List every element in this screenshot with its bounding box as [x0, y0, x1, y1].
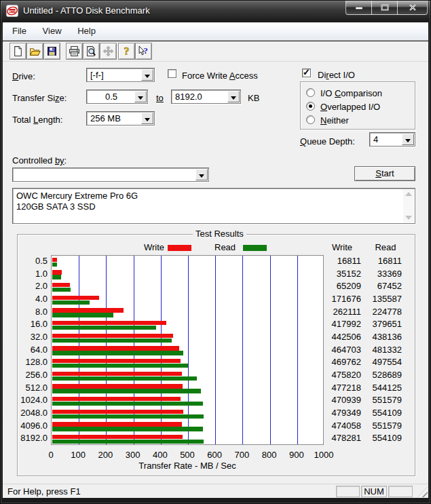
neither-radio[interactable]: [306, 115, 315, 124]
direct-io-label[interactable]: Direct I/O: [318, 70, 355, 80]
minimize-button[interactable]: [345, 1, 372, 15]
dialog-area: Drive: [-f-] ✓ Force Write Access ✓ Dire…: [3, 62, 428, 498]
start-button[interactable]: Start: [354, 166, 415, 181]
write-legend-swatch: [168, 245, 191, 251]
write-bar: [52, 384, 183, 389]
app-icon: ATTO: [6, 5, 18, 17]
open-file-button[interactable]: [26, 43, 43, 60]
write-value: 35152: [320, 268, 361, 281]
drive-dropdown-button[interactable]: [141, 69, 153, 81]
chevron-down-icon: [145, 118, 150, 124]
write-value: 262111: [320, 306, 361, 319]
direct-io-checkbox[interactable]: ✓: [302, 69, 311, 77]
gridline: [242, 256, 243, 444]
y-axis-label: 4.0: [15, 293, 48, 306]
read-bar: [52, 427, 203, 431]
io-comparison-radio[interactable]: [306, 88, 315, 97]
transfer-size-from-value: 0.5: [90, 92, 132, 102]
status-pane-scrl: [388, 486, 413, 497]
read-bar: [52, 440, 204, 444]
close-button[interactable]: [397, 1, 428, 15]
write-value: 417992: [320, 318, 361, 331]
overlapped-io-label[interactable]: Overlapped I/O: [320, 102, 380, 112]
read-bar: [52, 288, 71, 292]
neither-label[interactable]: Neither: [320, 115, 349, 125]
status-bar: For Help, press F1 NUM: [3, 484, 428, 498]
save-file-icon: [46, 45, 58, 57]
write-bar: [52, 372, 182, 376]
x-tick-label: 400: [147, 450, 174, 460]
read-value: 33369: [361, 268, 402, 281]
scroll-up-icon[interactable]: [405, 192, 412, 196]
total-length-label: Total Length:: [12, 115, 62, 125]
write-value: 16811: [320, 255, 361, 268]
radio-dot-icon: [309, 104, 312, 108]
total-length-dropdown-button[interactable]: [141, 113, 153, 124]
chevron-down-icon: [231, 96, 236, 102]
force-write-access-label[interactable]: Force Write Access: [182, 71, 258, 81]
write-bar: [52, 410, 183, 414]
write-bar: [52, 346, 179, 351]
print-button[interactable]: [66, 43, 83, 60]
legend-read-label: Read: [214, 242, 236, 252]
transfer-size-to-dropdown-button[interactable]: [227, 91, 240, 102]
y-axis-label: 16.0: [15, 318, 48, 331]
transfer-size-from-dropdown-button[interactable]: [134, 91, 147, 102]
context-help-button[interactable]: ?: [135, 43, 152, 60]
menu-file[interactable]: File: [5, 22, 33, 41]
read-legend-swatch: [243, 245, 267, 251]
transfer-size-to-combobox[interactable]: 8192.0: [171, 90, 241, 104]
print-preview-button[interactable]: [83, 43, 100, 60]
maximize-icon: [381, 4, 389, 11]
read-value: 551579: [361, 394, 402, 407]
description-scrollbar[interactable]: [403, 189, 414, 222]
overlapped-io-radio[interactable]: [306, 102, 315, 111]
maximize-button[interactable]: [371, 1, 398, 15]
title-bar[interactable]: ATTO Untitled - ATTO Disk Benchmark: [0, 0, 431, 22]
about-help-button[interactable]: ?: [118, 43, 135, 60]
read-bar: [52, 313, 113, 317]
controlled-by-combobox[interactable]: [12, 168, 209, 182]
write-value: 469762: [320, 356, 361, 369]
scroll-down-icon[interactable]: [405, 216, 412, 220]
write-bar: [52, 435, 183, 440]
print-icon: [69, 45, 80, 57]
menu-help[interactable]: Help: [71, 22, 102, 41]
y-axis-label: 0.5: [15, 255, 48, 268]
write-bar: [52, 397, 181, 402]
new-file-icon: [12, 45, 24, 57]
write-bar: [52, 270, 62, 275]
write-bar: [52, 258, 57, 263]
read-value: 67452: [361, 280, 402, 293]
write-value: 464703: [320, 344, 361, 357]
chevron-down-icon: [145, 75, 150, 81]
print-preview-icon: [86, 45, 97, 57]
chevron-down-icon: [405, 139, 411, 145]
transfer-size-from-combobox[interactable]: 0.5: [86, 90, 148, 104]
device-description-line2: 120GB SATA 3 SSD: [16, 201, 96, 212]
force-write-access-checkbox[interactable]: ✓: [168, 69, 176, 78]
controlled-by-dropdown-button[interactable]: [195, 169, 208, 180]
total-length-combobox[interactable]: 256 MB: [86, 111, 155, 125]
write-bar: [52, 308, 124, 313]
close-icon: [409, 4, 416, 12]
y-axis-label: 1024.0: [15, 394, 48, 407]
chevron-down-icon: [138, 96, 143, 102]
chevron-down-icon: [199, 174, 204, 180]
pan-icon: [102, 45, 114, 57]
menu-view[interactable]: View: [36, 22, 69, 41]
x-tick-label: 100: [64, 450, 92, 460]
queue-depth-combobox[interactable]: 4: [369, 132, 415, 147]
queue-depth-dropdown-button[interactable]: [402, 134, 414, 145]
read-value: 544125: [361, 382, 402, 395]
io-comparison-label[interactable]: I/O Comparison: [320, 88, 382, 98]
new-file-button[interactable]: [10, 43, 26, 60]
y-axis-label: 256.0: [15, 369, 48, 382]
write-bar: [52, 334, 173, 338]
toolbar: ? ?: [3, 41, 428, 62]
pan-button[interactable]: [100, 43, 117, 60]
device-description-box[interactable]: OWC Mercury Extreme Pro 6G 120GB SATA 3 …: [12, 188, 415, 224]
drive-combobox[interactable]: [-f-]: [86, 68, 155, 82]
resize-grip[interactable]: [417, 487, 428, 497]
save-file-button[interactable]: [43, 43, 60, 60]
